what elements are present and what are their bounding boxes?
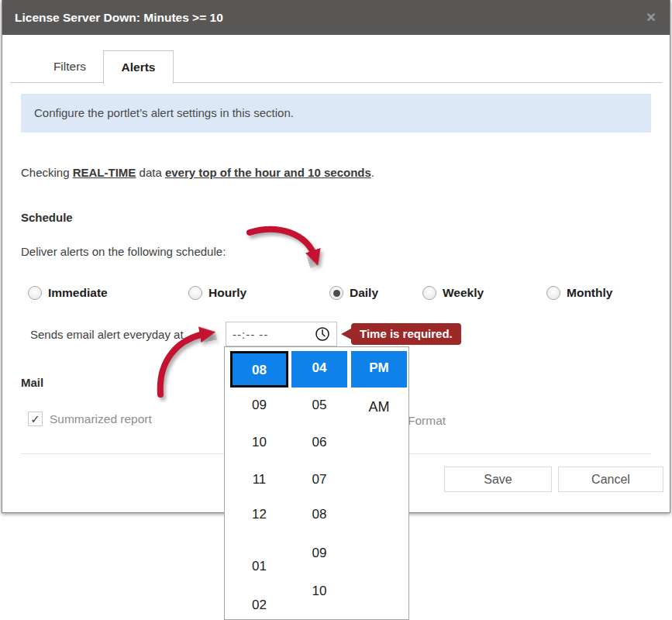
radio-label: Hourly [208,286,246,300]
radio-label: Monthly [567,286,612,300]
validation-tooltip: Time is required. [341,323,461,345]
radio-monthly[interactable]: Monthly [546,284,612,301]
radio-circle-icon [546,286,560,300]
radio-weekly[interactable]: Weekly [422,284,484,301]
save-button[interactable]: Save [444,467,552,492]
hour-option[interactable]: 12 [230,505,288,525]
radio-daily[interactable]: Daily [329,284,378,301]
minute-option[interactable]: 10 [291,581,347,601]
hour-option[interactable]: 01 [230,556,288,577]
dialog-titlebar: License Server Down: Minutes >= 10 [2,0,670,35]
tab-filters[interactable]: Filters [35,50,105,83]
checking-middle: data [136,166,165,179]
checking-line: Checking REAL-TIME data every top of the… [21,166,374,179]
hour-option[interactable]: 02 [230,595,288,615]
info-banner: Configure the portlet’s alert settings i… [21,94,651,133]
hour-selected[interactable]: 08 [230,351,288,388]
radio-hourly[interactable]: Hourly [188,284,246,301]
time-input-value: --:-- -- [233,328,315,341]
hour-option[interactable]: 11 [230,470,288,490]
radio-label: Immediate [48,286,108,300]
radio-circle-icon [188,286,202,300]
hour-option[interactable]: 10 [230,432,288,453]
radio-immediate[interactable]: Immediate [28,284,108,301]
alert-dialog-page: License Server Down: Minutes >= 10 ✕ Fil… [0,0,672,620]
schedule-description: Deliver alerts on the following schedule… [21,245,226,258]
minute-option[interactable]: 07 [291,470,347,490]
time-input[interactable]: --:-- -- [226,322,337,346]
summarized-report-label: Summarized report [50,412,152,426]
meridiem-option[interactable]: AM [351,397,407,417]
checkbox-checked-icon[interactable]: ✓ [28,412,43,426]
checking-frequency: every top of the hour and 10 seconds [165,166,371,179]
summarized-report-option[interactable]: ✓ Summarized report [28,412,152,426]
cancel-button[interactable]: Cancel [558,467,663,492]
dialog-title: License Server Down: Minutes >= 10 [15,11,223,24]
checking-prefix: Checking [21,166,73,179]
minute-option[interactable]: 05 [291,395,347,415]
radio-circle-icon [422,286,436,300]
close-icon[interactable]: ✕ [642,0,660,35]
meridiem-selected[interactable]: PM [351,351,407,388]
validation-message: Time is required. [351,323,461,345]
clock-icon[interactable] [315,326,330,342]
tooltip-arrow-icon [341,329,351,339]
sends-email-label: Sends email alert everyday at [30,328,184,341]
tab-alerts[interactable]: Alerts [103,50,174,84]
radio-label: Weekly [443,286,484,300]
schedule-heading: Schedule [21,211,73,224]
hour-option[interactable]: 09 [230,395,288,415]
time-picker-dropdown: 08 04 PM 09 10 11 12 01 02 05 06 07 08 0… [224,346,409,620]
mail-heading: Mail [21,376,43,389]
minute-option[interactable]: 06 [291,432,347,453]
checking-realtime: REAL-TIME [73,166,136,179]
format-label: Format [408,414,446,428]
minute-option[interactable]: 09 [291,543,347,563]
checking-suffix: . [371,166,374,179]
radio-circle-icon [28,286,42,300]
minute-option[interactable]: 08 [291,505,347,525]
radio-label: Daily [350,286,378,300]
radio-circle-icon [329,286,343,300]
minute-selected[interactable]: 04 [291,351,347,388]
